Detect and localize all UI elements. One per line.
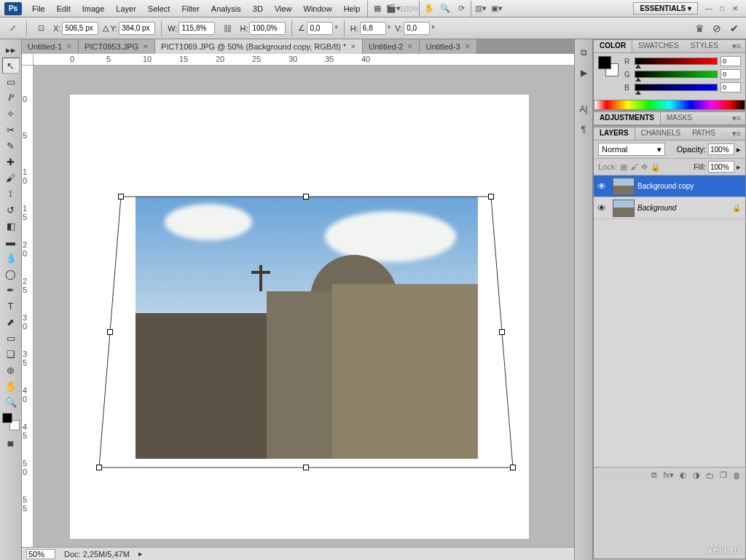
magic-wand-tool[interactable]: ✧ xyxy=(2,106,20,122)
pen-tool[interactable]: ✒ xyxy=(2,282,20,298)
link-layers-icon[interactable]: ⧉ xyxy=(651,470,657,480)
ruler-origin[interactable] xyxy=(22,54,34,66)
transform-handle-bl[interactable] xyxy=(96,465,102,470)
new-layer-icon[interactable]: ❐ xyxy=(720,470,727,480)
g-input[interactable] xyxy=(721,69,741,79)
zoom-tool-icon[interactable]: 🔍 xyxy=(437,1,453,16)
toolbox-collapse-icon[interactable]: ▸▸ xyxy=(2,42,20,58)
hand-tool[interactable]: ✋ xyxy=(2,378,20,394)
menu-analysis[interactable]: Analysis xyxy=(205,1,247,16)
menu-3d[interactable]: 3D xyxy=(247,1,269,16)
warp-mode-icon[interactable]: ♛ xyxy=(692,21,707,36)
screen-mode-icon[interactable]: ▣▾ xyxy=(489,1,505,16)
chevron-right-icon[interactable]: ▸ xyxy=(737,145,741,154)
lock-position-icon[interactable]: ✥ xyxy=(641,162,648,172)
actions-panel-icon[interactable]: ▶ xyxy=(576,66,591,80)
close-icon[interactable]: ✕ xyxy=(407,43,413,50)
doc-tab[interactable]: Untitled-3✕ xyxy=(420,39,476,54)
swatches-tab[interactable]: SWATCHES xyxy=(632,40,685,52)
foreground-color-swatch[interactable] xyxy=(2,413,12,423)
b-input[interactable] xyxy=(721,82,741,92)
zoom-tool[interactable]: 🔍 xyxy=(2,394,20,410)
group-icon[interactable]: 🗀 xyxy=(706,471,714,480)
layer-thumbnail[interactable] xyxy=(613,178,635,195)
maximize-button[interactable]: □ xyxy=(717,4,727,14)
dodge-tool[interactable]: ◯ xyxy=(2,266,20,282)
paths-tab[interactable]: PATHS xyxy=(686,127,721,140)
commit-transform-button[interactable]: ✔ xyxy=(727,21,742,36)
menu-edit[interactable]: Edit xyxy=(51,1,76,16)
color-spectrum[interactable] xyxy=(594,100,745,110)
path-select-tool[interactable]: ⬈ xyxy=(2,314,20,330)
g-slider[interactable] xyxy=(635,71,718,78)
adjustment-layer-icon[interactable]: ◑ xyxy=(693,470,700,480)
menu-layer[interactable]: Layer xyxy=(110,1,142,16)
transform-handle-tl[interactable] xyxy=(118,194,124,200)
layers-list[interactable]: 👁 Background copy 👁 Background 🔒 xyxy=(594,176,745,467)
layer-row[interactable]: 👁 Background copy xyxy=(594,176,745,197)
arrange-docs-icon[interactable]: ▥▾ xyxy=(473,1,489,16)
layer-name[interactable]: Background xyxy=(637,204,732,212)
r-input[interactable] xyxy=(721,56,741,66)
shape-tool[interactable]: ▭ xyxy=(2,330,20,346)
menu-file[interactable]: File xyxy=(26,1,51,16)
angle-input[interactable] xyxy=(307,22,333,35)
layers-tab[interactable]: LAYERS xyxy=(594,127,635,140)
chevron-right-icon[interactable]: ▸ xyxy=(737,162,741,172)
panel-menu-icon[interactable]: ▾≡ xyxy=(728,112,745,125)
doc-tab[interactable]: Untitled-2✕ xyxy=(363,39,420,54)
cancel-transform-button[interactable]: ⊘ xyxy=(710,21,724,36)
canvas-viewport[interactable] xyxy=(34,66,574,547)
skewv-input[interactable] xyxy=(404,22,430,35)
menu-select[interactable]: Select xyxy=(142,1,176,16)
3d-tool[interactable]: ❏ xyxy=(2,346,20,362)
y-input[interactable] xyxy=(119,22,155,35)
eraser-tool[interactable]: ◧ xyxy=(2,218,20,234)
transform-handle-mr[interactable] xyxy=(499,329,505,335)
doc-tab[interactable]: PICT0953.JPG✕ xyxy=(79,39,155,54)
hand-tool-icon[interactable]: ✋ xyxy=(421,1,437,16)
3d-camera-tool[interactable]: ⊛ xyxy=(2,362,20,378)
close-icon[interactable]: ✕ xyxy=(143,43,149,50)
reference-point-icon[interactable]: ⊡ xyxy=(33,21,49,36)
panel-menu-icon[interactable]: ▾≡ xyxy=(728,127,745,140)
zoom-input[interactable] xyxy=(26,549,55,559)
history-brush-tool[interactable]: ↺ xyxy=(2,202,20,218)
quickmask-tool[interactable]: ◙ xyxy=(2,435,20,451)
menu-view[interactable]: View xyxy=(269,1,298,16)
zoom-level-display[interactable]: 100% xyxy=(401,1,417,16)
color-tab[interactable]: COLOR xyxy=(594,40,632,52)
transform-handle-ml[interactable] xyxy=(107,329,113,335)
close-icon[interactable]: ✕ xyxy=(66,43,72,50)
menu-image[interactable]: Image xyxy=(76,1,111,16)
stamp-tool[interactable]: ⟟ xyxy=(2,186,20,202)
link-wh-icon[interactable]: ⛓ xyxy=(219,21,235,36)
close-icon[interactable]: ✕ xyxy=(350,43,356,50)
r-slider[interactable] xyxy=(635,58,718,65)
color-swatches[interactable] xyxy=(2,413,20,430)
styles-tab[interactable]: STYLES xyxy=(685,40,724,52)
transform-handle-tm[interactable] xyxy=(303,194,309,200)
transform-tool-icon[interactable]: ⤢ xyxy=(4,21,20,36)
layer-thumbnail[interactable] xyxy=(613,200,635,217)
visibility-icon[interactable]: 👁 xyxy=(594,203,610,213)
adjustments-tab[interactable]: ADJUSTMENTS xyxy=(594,112,661,125)
menu-help[interactable]: Help xyxy=(338,1,366,16)
channels-tab[interactable]: CHANNELS xyxy=(635,127,686,140)
marquee-tool[interactable]: ▭ xyxy=(2,74,20,90)
delete-layer-icon[interactable]: 🗑 xyxy=(733,471,741,480)
vertical-ruler[interactable]: 0510152025303540455055 xyxy=(22,66,34,547)
menu-window[interactable]: Window xyxy=(298,1,338,16)
skewh-input[interactable] xyxy=(360,22,386,35)
layer-name[interactable]: Background copy xyxy=(637,182,745,190)
doc-tab[interactable]: Untitled-1✕ xyxy=(22,39,79,54)
minimize-button[interactable]: — xyxy=(704,4,714,14)
rotate-view-icon[interactable]: ⟳ xyxy=(453,1,469,16)
fg-color-swatch[interactable] xyxy=(598,56,611,69)
w-input[interactable] xyxy=(178,22,215,35)
workspace-switcher[interactable]: ESSENTIALS ▾ xyxy=(633,2,698,15)
masks-tab[interactable]: MASKS xyxy=(661,112,698,125)
h-input[interactable] xyxy=(249,22,286,35)
layer-row[interactable]: 👁 Background 🔒 xyxy=(594,197,745,219)
type-tool[interactable]: T xyxy=(2,298,20,314)
